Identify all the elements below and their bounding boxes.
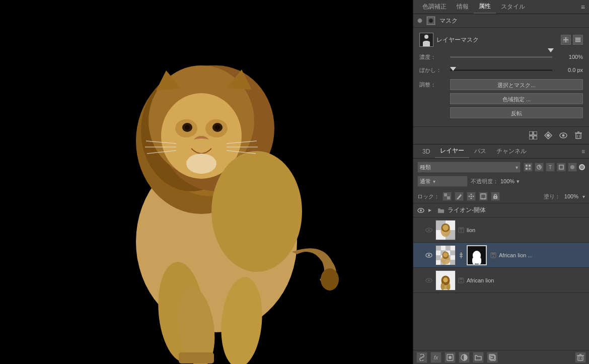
african-lion-mask-thumbnail[interactable] — [467, 245, 487, 265]
svg-rect-91 — [460, 228, 463, 230]
african-lion-save-icon — [458, 277, 465, 283]
group-collapse-arrow[interactable] — [427, 208, 435, 213]
lock-brush-icon[interactable] — [455, 192, 464, 201]
density-row: 濃度： 100% — [419, 53, 583, 61]
svg-point-135 — [461, 280, 462, 282]
layer-item-african-lion-mask[interactable]: African lion ... — [413, 243, 589, 268]
filter-pixel-icon[interactable] — [524, 163, 533, 172]
new-layer-button[interactable] — [487, 352, 498, 363]
layers-panel: 3D レイヤー パス チャンネル ≡ 種類 ▾ — [413, 144, 589, 364]
svg-point-22 — [211, 151, 302, 272]
layer-style-button[interactable]: fx — [430, 352, 441, 363]
svg-rect-54 — [526, 165, 528, 167]
blur-label: ぼかし： — [419, 66, 447, 74]
filter-smart-icon[interactable] — [568, 163, 577, 172]
african-lion-mask-save-icon — [490, 252, 497, 258]
visibility-icon[interactable] — [558, 130, 569, 141]
lock-checkerboard-icon[interactable] — [443, 192, 452, 201]
layer-item-lion[interactable]: lion — [413, 217, 589, 243]
top-tabs-menu-icon[interactable]: ≡ — [581, 3, 585, 11]
fill-diamond-icon[interactable] — [543, 130, 554, 141]
mask-options-icon[interactable] — [573, 35, 583, 45]
blend-opacity-row: 通常 ▾ 不透明度： 100% ▾ — [417, 176, 585, 187]
fill-arrow[interactable]: ▾ — [582, 194, 585, 199]
svg-point-120 — [472, 258, 476, 264]
svg-marker-80 — [428, 209, 431, 212]
delete-layer-button[interactable] — [575, 352, 586, 363]
delete-mask-icon[interactable] — [573, 130, 584, 141]
density-value: 100% — [555, 54, 583, 60]
tab-channels[interactable]: チャンネル — [491, 145, 532, 158]
layer-item-african-lion[interactable]: African lion — [413, 268, 589, 293]
filter-text-icon[interactable]: T — [546, 163, 555, 172]
link-layers-button[interactable] — [416, 352, 427, 363]
right-panel: 色調補正 情報 属性 スタイル ≡ マスク — [413, 0, 589, 364]
blur-row: ぼかし： 0.0 px — [419, 66, 583, 74]
lion-visibility[interactable] — [424, 226, 433, 235]
mask-chain-icon[interactable] — [458, 252, 465, 258]
adjust-label: 調整： — [419, 81, 447, 89]
svg-point-94 — [428, 254, 430, 256]
filter-adjust-icon[interactable] — [535, 163, 544, 172]
density-slider[interactable] — [450, 53, 552, 61]
lion-save-icon — [458, 227, 465, 233]
kind-select-label: 種類 — [420, 164, 431, 171]
lion-name: lion — [467, 227, 586, 233]
svg-line-136 — [421, 356, 423, 358]
svg-marker-69 — [473, 195, 474, 197]
svg-rect-39 — [575, 38, 580, 39]
tab-paths[interactable]: パス — [469, 145, 491, 158]
svg-rect-36 — [563, 39, 568, 40]
tab-properties[interactable]: 属性 — [474, 0, 496, 14]
svg-rect-64 — [444, 196, 447, 199]
svg-rect-97 — [446, 246, 451, 251]
african-lion-mask-name: African lion ... — [499, 252, 586, 258]
african-lion-thumbnail — [435, 270, 456, 290]
tab-layers[interactable]: レイヤー — [435, 144, 469, 158]
filter-shape-icon[interactable] — [557, 163, 566, 172]
opacity-dropdown-arrow[interactable]: ▾ — [517, 178, 520, 185]
layer-group-row[interactable]: ライオン-開体 — [413, 203, 589, 217]
lock-artboard-icon[interactable] — [479, 192, 488, 201]
new-group-button[interactable] — [473, 352, 484, 363]
svg-point-70 — [471, 196, 472, 197]
new-adjustment-button[interactable] — [459, 352, 470, 363]
group-visibility[interactable] — [416, 206, 425, 215]
african-lion-visibility[interactable] — [424, 276, 433, 285]
expand-icon[interactable] — [528, 130, 539, 141]
tab-color-correction[interactable]: 色調補正 — [417, 1, 452, 13]
lock-move-icon[interactable] — [467, 192, 476, 201]
tab-info[interactable]: 情報 — [452, 1, 474, 13]
select-mask-button[interactable]: 選択とマスク... — [450, 79, 583, 90]
svg-point-126 — [428, 279, 430, 281]
invert-button[interactable]: 反転 — [450, 107, 583, 118]
svg-point-21 — [186, 154, 216, 174]
tab-style[interactable]: スタイル — [496, 1, 530, 13]
opacity-value: 100% — [500, 178, 514, 184]
svg-rect-100 — [436, 250, 441, 255]
color-range-button[interactable]: 色域指定 ... — [450, 93, 583, 104]
svg-marker-46 — [546, 133, 550, 137]
african-lion-mask-info: African lion ... — [499, 252, 586, 258]
svg-rect-63 — [447, 193, 450, 196]
lock-lock-icon[interactable] — [491, 192, 500, 201]
filter-icons: T — [524, 163, 585, 172]
blend-select[interactable]: 通常 ▾ — [417, 176, 468, 187]
mask-add-icon[interactable] — [561, 35, 571, 45]
svg-rect-144 — [578, 356, 583, 360]
layer-controls: 種類 ▾ — [413, 159, 589, 190]
tab-3d[interactable]: 3D — [417, 146, 435, 157]
lion-thumbnail — [435, 220, 456, 240]
add-mask-button[interactable] — [445, 352, 456, 363]
svg-rect-134 — [460, 278, 463, 280]
layer-list[interactable]: ライオン-開体 — [413, 203, 589, 350]
group-name: ライオン-開体 — [448, 206, 486, 214]
layers-menu-icon[interactable]: ≡ — [581, 148, 585, 155]
lock-row: ロック： — [413, 190, 589, 203]
svg-rect-107 — [436, 260, 441, 265]
layer-mask-icons — [561, 35, 583, 45]
african-lion-mask-visibility[interactable] — [424, 251, 433, 260]
kind-select[interactable]: 種類 ▾ — [417, 162, 521, 173]
blur-slider[interactable] — [450, 66, 552, 74]
svg-rect-44 — [534, 136, 537, 139]
